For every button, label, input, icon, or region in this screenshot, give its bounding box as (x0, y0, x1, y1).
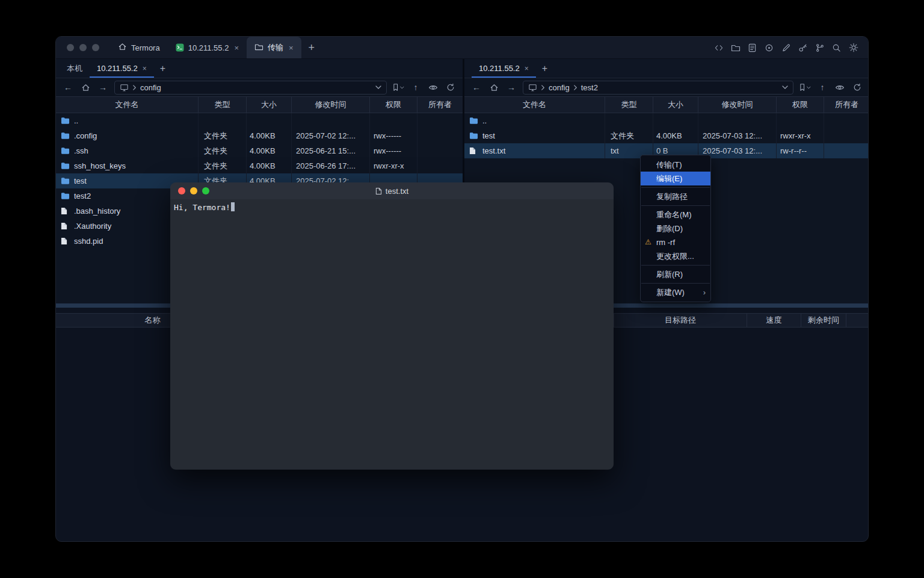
file-modified: 2025-07-03 12:... (698, 128, 776, 143)
tab-ssh-session[interactable]: 10.211.55.2 × (168, 37, 247, 58)
home-icon[interactable] (488, 81, 500, 93)
settings-icon[interactable] (848, 43, 858, 53)
tab-remote-right[interactable]: 10.211.55.2 × (472, 59, 536, 78)
menu-item-transfer[interactable]: 传输(T) (641, 158, 710, 172)
file-type-icon (469, 147, 478, 155)
minimize-window-button[interactable] (79, 44, 87, 51)
path-breadcrumb[interactable]: config test2 (523, 81, 793, 95)
column-header-modified[interactable]: 修改时间 (698, 97, 776, 113)
column-header-type[interactable]: 类型 (605, 97, 653, 113)
file-owner (417, 158, 463, 173)
forward-icon[interactable]: → (505, 81, 517, 93)
forward-icon[interactable]: → (97, 81, 109, 93)
column-header-name[interactable]: 文件名 (464, 97, 605, 113)
close-window-button[interactable] (67, 44, 74, 51)
show-hidden-icon[interactable] (834, 81, 846, 93)
path-segment[interactable]: config (140, 83, 161, 92)
bookmark-icon[interactable] (799, 81, 811, 93)
new-tab-button[interactable]: + (301, 37, 322, 58)
transfer-column-target-path[interactable]: 目标路径 (614, 314, 747, 327)
refresh-icon[interactable] (851, 81, 863, 93)
column-header-permissions[interactable]: 权限 (776, 97, 824, 113)
transfer-column-remaining[interactable]: 剩余时间 (801, 314, 846, 327)
menu-item-delete[interactable]: 删除(D) (641, 222, 710, 235)
table-row[interactable]: .config 文件夹 4.00KB 2025-07-02 12:... rwx… (56, 128, 463, 143)
folder-icon[interactable] (730, 43, 741, 53)
menu-item-rm-rf[interactable]: ⚠ rm -rf (641, 235, 710, 249)
file-name: test2 (74, 191, 91, 200)
column-header-size[interactable]: 大小 (653, 97, 698, 113)
back-icon[interactable]: ← (470, 81, 482, 93)
close-window-button[interactable] (178, 187, 185, 194)
table-row[interactable]: ssh_host_keys 文件夹 4.00KB 2025-06-26 17:.… (56, 158, 463, 173)
window-controls[interactable] (56, 37, 110, 58)
chevron-down-icon[interactable] (375, 85, 381, 89)
column-header-type[interactable]: 类型 (198, 97, 246, 113)
column-header-owner[interactable]: 所有者 (824, 97, 869, 113)
file-type: 文件夹 (605, 128, 653, 143)
add-panel-tab-button[interactable]: + (536, 59, 553, 78)
file-type-icon (61, 192, 70, 200)
editor-window-controls[interactable] (170, 187, 209, 194)
file-owner (824, 143, 869, 158)
column-header-name[interactable]: 文件名 (56, 97, 198, 113)
menu-item-rename[interactable]: 重命名(M) (641, 208, 710, 222)
chevron-down-icon[interactable] (782, 85, 788, 89)
file-size (653, 113, 698, 128)
ssh-host-icon (176, 43, 184, 52)
show-hidden-icon[interactable] (427, 81, 439, 93)
table-row[interactable]: test 文件夹 4.00KB 2025-07-03 12:... rwxr-x… (464, 128, 869, 143)
tab-remote-left[interactable]: 10.211.55.2 × (90, 59, 154, 78)
menu-item-edit[interactable]: 编辑(E) (641, 172, 710, 185)
add-panel-tab-button[interactable]: + (154, 59, 171, 78)
file-type: 文件夹 (198, 158, 246, 173)
close-icon[interactable]: × (289, 43, 294, 52)
code-icon[interactable] (713, 43, 724, 53)
menu-separator (641, 205, 710, 206)
zoom-window-button[interactable] (92, 44, 99, 51)
tab-local[interactable]: 本机 (60, 59, 90, 78)
close-icon[interactable]: × (525, 64, 529, 73)
zoom-window-button[interactable] (202, 187, 209, 194)
menu-item-copy-path[interactable]: 复制路径 (641, 190, 710, 204)
close-icon[interactable]: × (143, 64, 147, 73)
edit-icon[interactable] (781, 43, 791, 53)
menu-item-new[interactable]: 新建(W) › (641, 285, 710, 299)
tab-ssh-label: 10.211.55.2 (188, 43, 229, 52)
path-segment[interactable]: test2 (581, 83, 598, 92)
file-name: test (74, 176, 87, 185)
parent-directory-icon[interactable]: ↑ (410, 81, 422, 93)
column-header-permissions[interactable]: 权限 (369, 97, 417, 113)
close-icon[interactable]: × (234, 43, 239, 52)
tab-home[interactable]: Termora (110, 37, 168, 58)
chevron-right-icon (573, 85, 578, 90)
history-icon[interactable] (747, 43, 757, 53)
file-type-icon (61, 132, 70, 140)
column-header-owner[interactable]: 所有者 (417, 97, 463, 113)
menu-item-change-permissions[interactable]: 更改权限... (641, 249, 710, 263)
table-row[interactable]: .ssh 文件夹 4.00KB 2025-06-21 15:... rwx---… (56, 143, 463, 158)
key-icon[interactable] (798, 43, 808, 53)
editor-content[interactable]: Hi, Termora! (170, 199, 614, 470)
table-row[interactable]: .. (464, 113, 869, 128)
path-segment[interactable]: config (549, 83, 570, 92)
record-icon[interactable] (764, 43, 774, 53)
tab-transfer[interactable]: 传输 × (247, 37, 301, 58)
minimize-window-button[interactable] (190, 187, 197, 194)
table-row[interactable]: .. (56, 113, 463, 128)
home-icon[interactable] (79, 81, 91, 93)
branch-icon[interactable] (815, 43, 825, 53)
search-icon[interactable] (831, 43, 842, 53)
column-header-modified[interactable]: 修改时间 (291, 97, 369, 113)
path-breadcrumb[interactable]: config (114, 81, 387, 95)
tab-home-label: Termora (131, 43, 160, 52)
column-header-size[interactable]: 大小 (246, 97, 291, 113)
editor-titlebar[interactable]: test.txt (170, 182, 614, 199)
parent-directory-icon[interactable]: ↑ (816, 81, 828, 93)
transfer-column-speed[interactable]: 速度 (747, 314, 801, 327)
menu-item-refresh[interactable]: 刷新(R) (641, 267, 710, 281)
refresh-icon[interactable] (445, 81, 457, 93)
bookmark-icon[interactable] (392, 81, 404, 93)
back-icon[interactable]: ← (62, 81, 74, 93)
file-type-icon (61, 147, 70, 155)
